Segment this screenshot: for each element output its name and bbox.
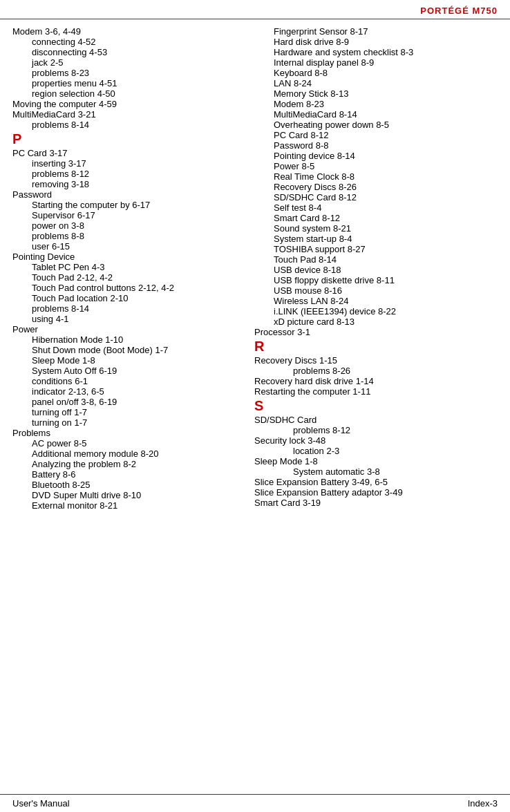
- index-entry: PC Card 8-12: [254, 130, 498, 140]
- footer-right: Index-3: [468, 798, 498, 809]
- index-entry: i.LINK (IEEE1394) device 8-22: [254, 306, 498, 317]
- index-entry: Restarting the computer 1-11: [254, 386, 498, 397]
- index-entry: region selection 4-50: [12, 88, 240, 99]
- page-header: PORTÉGÉ M750: [0, 0, 510, 19]
- index-entry: using 4-1: [12, 314, 240, 324]
- left-column: Modem 3-6, 4-49connecting 4-52disconnect…: [12, 26, 247, 511]
- index-entry: removing 3-18: [12, 179, 240, 189]
- index-entry: problems 8-26: [254, 366, 498, 376]
- index-entry: Bluetooth 8-25: [12, 480, 240, 490]
- index-entry: Processor 3-1: [254, 327, 498, 337]
- index-entry: Sleep Mode 1-8: [12, 355, 240, 366]
- index-entry: SD/SDHC Card 8-12: [254, 192, 498, 202]
- page-footer: User's Manual Index-3: [0, 794, 510, 812]
- index-entry: Password: [12, 189, 240, 200]
- index-entry: problems 8-12: [254, 425, 498, 435]
- index-entry: Security lock 3-48: [254, 435, 498, 446]
- index-entry: Additional memory module 8-20: [12, 449, 240, 459]
- index-entry: Smart Card 8-12: [254, 213, 498, 223]
- index-entry: S: [254, 398, 263, 413]
- index-entry: Slice Expansion Battery 3-49, 6-5: [254, 477, 498, 487]
- index-entry: SD/SDHC Card: [254, 415, 498, 425]
- index-entry: Modem 3-6, 4-49: [12, 26, 240, 37]
- index-entry: Wireless LAN 8-24: [254, 296, 498, 306]
- header-title: PORTÉGÉ M750: [420, 6, 498, 16]
- index-entry: Modem 8-23: [254, 99, 498, 109]
- index-entry: LAN 8-24: [254, 78, 498, 88]
- index-entry: turning off 1-7: [12, 407, 240, 417]
- index-entry: Real Time Clock 8-8: [254, 171, 498, 182]
- index-entry: Analyzing the problem 8-2: [12, 459, 240, 469]
- index-entry: Pointing Device: [12, 252, 240, 262]
- index-entry: Moving the computer 4-59: [12, 99, 240, 109]
- index-entry: Smart Card 3-19: [254, 498, 498, 508]
- index-entry: Touch Pad location 2-10: [12, 293, 240, 303]
- index-entry: Recovery Discs 1-15: [254, 355, 498, 366]
- index-entry: Slice Expansion Battery adaptor 3-49: [254, 487, 498, 498]
- index-entry: Tablet PC Pen 4-3: [12, 262, 240, 272]
- right-column: Fingerprint Sensor 8-17Hard disk drive 8…: [247, 26, 498, 511]
- index-entry: Shut Down mode (Boot Mode) 1-7: [12, 345, 240, 355]
- index-entry: inserting 3-17: [12, 158, 240, 169]
- index-entry: Pointing device 8-14: [254, 151, 498, 161]
- index-entry: problems 8-12: [12, 169, 240, 179]
- index-entry: location 2-3: [254, 446, 498, 456]
- index-entry: Touch Pad 8-14: [254, 254, 498, 265]
- index-entry: External monitor 8-21: [12, 500, 240, 511]
- index-entry: properties menu 4-51: [12, 78, 240, 88]
- footer-left: User's Manual: [12, 798, 70, 809]
- index-entry: Hard disk drive 8-9: [254, 37, 498, 47]
- index-entry: panel on/off 3-8, 6-19: [12, 397, 240, 407]
- index-entry: problems 8-23: [12, 68, 240, 78]
- index-entry: Problems: [12, 428, 240, 438]
- index-entry: problems 8-8: [12, 231, 240, 241]
- index-entry: connecting 4-52: [12, 37, 240, 47]
- index-entry: power on 3-8: [12, 220, 240, 231]
- index-entry: user 6-15: [12, 241, 240, 252]
- index-entry: Starting the computer by 6-17: [12, 200, 240, 210]
- index-entry: Recovery Discs 8-26: [254, 182, 498, 192]
- index-entry: AC power 8-5: [12, 438, 240, 449]
- index-entry: R: [254, 339, 264, 354]
- index-entry: Self test 8-4: [254, 202, 498, 213]
- index-entry: System start-up 8-4: [254, 234, 498, 244]
- index-entry: conditions 6-1: [12, 376, 240, 386]
- index-entry: Power: [12, 324, 240, 334]
- index-entry: indicator 2-13, 6-5: [12, 386, 240, 397]
- index-entry: jack 2-5: [12, 57, 240, 68]
- index-entry: Touch Pad 2-12, 4-2: [12, 272, 240, 283]
- index-entry: System Auto Off 6-19: [12, 366, 240, 376]
- index-entry: problems 8-14: [12, 303, 240, 314]
- index-entry: MultiMediaCard 8-14: [254, 109, 498, 120]
- index-entry: Sound system 8-21: [254, 223, 498, 234]
- index-entry: Overheating power down 8-5: [254, 120, 498, 130]
- index-entry: Recovery hard disk drive 1-14: [254, 376, 498, 386]
- index-entry: disconnecting 4-53: [12, 47, 240, 57]
- index-entry: Hibernation Mode 1-10: [12, 334, 240, 345]
- index-entry: Touch Pad control buttons 2-12, 4-2: [12, 283, 240, 293]
- index-entry: Power 8-5: [254, 161, 498, 171]
- index-entry: Keyboard 8-8: [254, 68, 498, 78]
- index-entry: USB device 8-18: [254, 265, 498, 275]
- index-entry: Battery 8-6: [12, 469, 240, 480]
- index-entry: MultiMediaCard 3-21: [12, 109, 240, 120]
- index-entry: Hardware and system checklist 8-3: [254, 47, 498, 57]
- index-entry: Sleep Mode 1-8: [254, 456, 498, 466]
- index-entry: USB mouse 8-16: [254, 285, 498, 296]
- index-entry: Memory Stick 8-13: [254, 88, 498, 99]
- index-entry: Internal display panel 8-9: [254, 57, 498, 68]
- index-entry: problems 8-14: [12, 120, 240, 130]
- index-entry: TOSHIBA support 8-27: [254, 244, 498, 254]
- index-entry: turning on 1-7: [12, 417, 240, 428]
- index-entry: Supervisor 6-17: [12, 210, 240, 220]
- index-entry: PC Card 3-17: [12, 148, 240, 158]
- index-entry: P: [12, 131, 21, 147]
- index-entry: USB floppy diskette drive 8-11: [254, 275, 498, 285]
- index-entry: DVD Super Multi drive 8-10: [12, 490, 240, 500]
- index-entry: System automatic 3-8: [254, 466, 498, 477]
- index-entry: xD picture card 8-13: [254, 317, 498, 327]
- index-entry: Password 8-8: [254, 140, 498, 151]
- index-entry: Fingerprint Sensor 8-17: [254, 26, 498, 37]
